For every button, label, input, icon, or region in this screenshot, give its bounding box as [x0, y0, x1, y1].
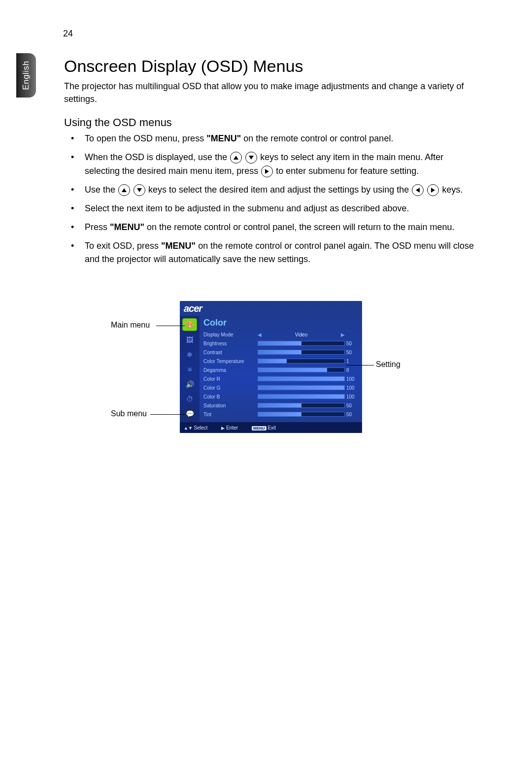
list-item: Use the keys to select the desired item … — [64, 183, 478, 197]
down-key-icon — [245, 152, 257, 164]
footer-exit: MENU Exit — [252, 425, 276, 431]
osd-setting-row[interactable]: Tint50 — [203, 410, 358, 419]
right-key-icon — [427, 184, 439, 196]
timer-icon[interactable]: ⏱ — [183, 393, 197, 405]
osd-footer: ▲▼ Select ▶ Enter MENU Exit — [180, 422, 362, 433]
up-key-icon — [230, 152, 242, 164]
bullet-list: To open the OSD menu, press "MENU" on th… — [64, 132, 478, 266]
osd-setting-row[interactable]: Contrast50 — [203, 348, 358, 357]
intro-text: The projector has multilingual OSD that … — [64, 80, 478, 105]
osd-main-panel: Color Display Mode◀Video▶Brightness50Con… — [200, 316, 362, 422]
osd-setting-row[interactable]: Color R100 — [203, 374, 358, 383]
osd-setting-row[interactable]: Color Temperature1 — [203, 357, 358, 365]
footer-select: ▲▼ Select — [184, 425, 207, 431]
lang-icon[interactable]: 💬 — [183, 408, 197, 420]
list-item: To exit OSD, press "MENU" on the remote … — [64, 239, 478, 267]
document-page: 24 English Onscreen Display (OSD) Menus … — [0, 0, 532, 763]
right-key-icon — [261, 166, 273, 177]
osd-setting-row[interactable]: Degamma8 — [203, 365, 358, 374]
callout-setting: Setting — [376, 360, 400, 369]
page-title: Onscreen Display (OSD) Menus — [64, 57, 478, 76]
page-number: 24 — [63, 29, 73, 39]
list-item: To open the OSD menu, press "MENU" on th… — [64, 132, 478, 146]
sliders-icon[interactable]: ≡ — [183, 364, 197, 375]
osd-setting-row[interactable]: Display Mode◀Video▶ — [203, 330, 358, 339]
image-icon[interactable]: 🖼 — [183, 334, 197, 346]
osd-section-title: Color — [203, 317, 358, 330]
callout-main: Main menu — [111, 321, 150, 330]
audio-icon[interactable]: 🔊 — [183, 378, 197, 390]
osd-setting-row[interactable]: Brightness50 — [203, 339, 358, 348]
osd-brand-bar: acer — [180, 301, 362, 316]
acer-logo: acer — [184, 303, 202, 314]
osd-setting-row[interactable]: Color G100 — [203, 383, 358, 392]
footer-enter: ▶ Enter — [221, 425, 238, 431]
down-key-icon — [133, 184, 145, 196]
gear-icon[interactable]: ❄ — [183, 349, 197, 361]
list-item: Select the next item to be adjusted in t… — [64, 202, 478, 216]
language-side-tab: English — [16, 53, 36, 98]
callout-sub: Sub menu — [111, 409, 147, 418]
osd-setting-row[interactable]: Saturation50 — [203, 401, 358, 410]
osd-diagram: Main menu Sub menu Setting acer 🎨🖼❄≡🔊⏱💬 … — [131, 301, 411, 433]
palette-icon[interactable]: 🎨 — [182, 318, 197, 331]
up-key-icon — [118, 184, 130, 196]
osd-panel: acer 🎨🖼❄≡🔊⏱💬 Color Display Mode◀Video▶Br… — [180, 301, 362, 433]
list-item: When the OSD is displayed, use the keys … — [64, 151, 478, 178]
osd-setting-row[interactable]: Color B100 — [203, 392, 358, 401]
left-key-icon — [412, 184, 424, 196]
section-heading: Using the OSD menus — [64, 116, 478, 129]
language-label: English — [21, 61, 31, 90]
list-item: Press "MENU" on the remote control or co… — [64, 221, 478, 234]
content-area: Onscreen Display (OSD) Menus The project… — [64, 57, 478, 433]
osd-sidebar: 🎨🖼❄≡🔊⏱💬 — [180, 316, 200, 422]
